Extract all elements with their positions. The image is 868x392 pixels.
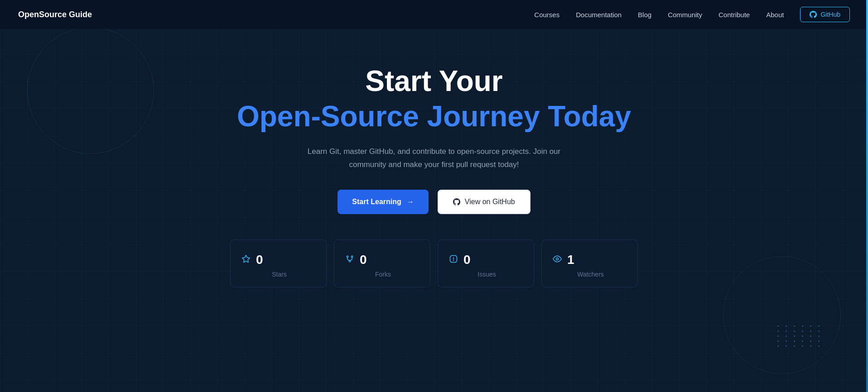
stars-label: Stars [241, 271, 315, 278]
hero-subtitle: Learn Git, master GitHub, and contribute… [294, 145, 574, 172]
star-icon [241, 254, 251, 265]
github-nav-button[interactable]: GitHub [800, 7, 850, 22]
view-on-github-button[interactable]: View on GitHub [438, 190, 530, 214]
forks-icon [345, 254, 354, 265]
stat-top-issues: 0 [449, 253, 523, 267]
svg-marker-0 [242, 255, 250, 263]
cta-buttons: Start Learning → View on GitHub [338, 190, 530, 214]
start-learning-arrow: → [407, 198, 414, 206]
nav-item-community[interactable]: Community [668, 11, 702, 19]
view-on-github-label: View on GitHub [465, 198, 515, 206]
start-learning-label: Start Learning [352, 198, 401, 206]
forks-label: Forks [345, 271, 419, 278]
nav-item-documentation[interactable]: Documentation [576, 11, 622, 19]
stat-top-stars: 0 [241, 253, 315, 267]
eye-icon [553, 254, 562, 265]
stat-top-watchers: 1 [553, 253, 627, 267]
watchers-label: Watchers [553, 271, 627, 278]
issues-label: Issues [449, 271, 523, 278]
issues-icon [449, 254, 458, 265]
stars-value: 0 [256, 253, 263, 267]
hero-section: Start Your Open-Source Journey Today Lea… [0, 29, 868, 315]
issues-value: 0 [463, 253, 471, 267]
scrollbar-accent [866, 0, 868, 392]
hero-title-line1: Start Your [365, 65, 502, 97]
stat-top-forks: 0 [345, 253, 419, 267]
stat-card-watchers: 1 Watchers [541, 239, 638, 287]
github-nav-icon [810, 11, 817, 18]
hero-title-line2: Open-Source Journey Today [237, 100, 631, 132]
github-nav-label: GitHub [820, 11, 840, 18]
decorative-dots [777, 325, 823, 347]
github-cta-icon [453, 198, 460, 206]
svg-point-7 [453, 260, 454, 261]
stats-grid: 0 Stars 0 Fo [230, 239, 638, 287]
stat-card-forks: 0 Forks [334, 239, 430, 287]
nav-item-blog[interactable]: Blog [638, 11, 651, 19]
stat-card-issues: 0 Issues [438, 239, 534, 287]
watchers-value: 1 [567, 253, 574, 267]
start-learning-button[interactable]: Start Learning → [338, 190, 428, 214]
nav-item-about[interactable]: About [766, 11, 784, 19]
site-logo: OpenSource Guide [18, 10, 92, 19]
stat-card-stars: 0 Stars [230, 239, 327, 287]
navbar: OpenSource Guide Courses Documentation B… [0, 0, 868, 29]
forks-value: 0 [360, 253, 367, 267]
svg-point-8 [556, 258, 559, 260]
nav-item-contribute[interactable]: Contribute [719, 11, 750, 19]
nav-links: Courses Documentation Blog Community Con… [534, 7, 850, 22]
nav-item-courses[interactable]: Courses [534, 11, 559, 19]
